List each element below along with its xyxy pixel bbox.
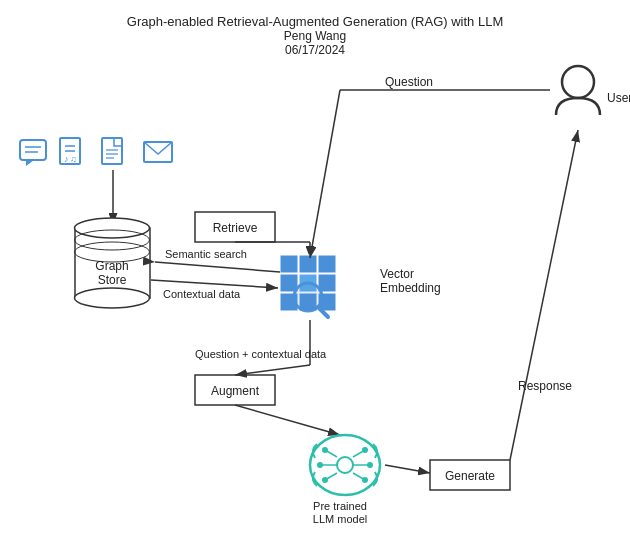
svg-line-42	[235, 365, 310, 375]
generate-label: Generate	[445, 469, 495, 483]
pretrained-label2: LLM model	[313, 513, 367, 525]
svg-line-50	[325, 473, 337, 480]
graph-store-label: Graph	[95, 259, 128, 273]
question-label: Question	[385, 75, 433, 89]
svg-text:♪: ♪	[64, 154, 69, 164]
svg-line-46	[325, 450, 337, 457]
document-icon	[102, 138, 122, 164]
svg-point-52	[322, 447, 328, 453]
user-icon	[556, 66, 600, 115]
svg-line-47	[353, 450, 365, 457]
svg-point-53	[362, 447, 368, 453]
svg-point-20	[75, 230, 150, 250]
title-area: Graph-enabled Retrieval-Augmented Genera…	[0, 0, 630, 57]
svg-rect-31	[299, 293, 317, 311]
user-label: User	[607, 91, 630, 105]
music-doc-icon: ♪ ♫	[60, 138, 80, 164]
chat-bubble-icon	[20, 140, 46, 166]
graph-store-label2: Store	[98, 273, 127, 287]
svg-point-44	[310, 435, 380, 495]
svg-point-57	[362, 477, 368, 483]
svg-point-34	[294, 283, 322, 311]
svg-point-33	[294, 283, 322, 311]
svg-line-35	[318, 307, 328, 317]
envelope-icon	[144, 142, 172, 162]
svg-point-56	[322, 477, 328, 483]
diagram-svg: ♪ ♫ Graph	[0, 0, 630, 542]
svg-rect-28	[299, 274, 317, 292]
svg-point-19	[75, 288, 150, 308]
diagram-date: 06/17/2024	[0, 43, 630, 57]
svg-rect-24	[280, 255, 298, 273]
svg-text:♫: ♫	[70, 154, 77, 164]
contextual-data-label: Contextual data	[163, 288, 241, 300]
svg-point-38	[562, 66, 594, 98]
semantic-search-label: Semantic search	[165, 248, 247, 260]
svg-rect-25	[299, 255, 317, 273]
svg-rect-30	[280, 293, 298, 311]
diagram-container: Graph-enabled Retrieval-Augmented Genera…	[0, 0, 630, 542]
vector-embedding-label: Vector	[380, 267, 414, 281]
svg-point-21	[75, 242, 150, 262]
svg-point-55	[367, 462, 373, 468]
svg-rect-29	[318, 274, 336, 292]
svg-rect-27	[280, 274, 298, 292]
generate-box	[430, 460, 510, 490]
svg-rect-15	[144, 142, 172, 162]
svg-line-37	[151, 280, 278, 288]
svg-rect-26	[318, 255, 336, 273]
svg-rect-2	[20, 140, 46, 160]
retrieve-label: Retrieve	[213, 221, 258, 235]
svg-rect-32	[318, 293, 336, 311]
svg-point-45	[337, 457, 353, 473]
svg-point-54	[317, 462, 323, 468]
augment-label: Augment	[211, 384, 260, 398]
svg-line-40	[310, 90, 340, 258]
svg-line-36	[155, 262, 280, 272]
diagram-author: Peng Wang	[0, 29, 630, 43]
svg-rect-11	[102, 138, 122, 164]
svg-line-43	[235, 405, 340, 435]
svg-rect-17	[75, 228, 150, 298]
llm-model-icon	[310, 435, 380, 495]
retrieve-box	[195, 212, 275, 242]
vector-embedding-label2: Embedding	[380, 281, 441, 295]
svg-point-18	[75, 218, 150, 238]
diagram-title: Graph-enabled Retrieval-Augmented Genera…	[0, 14, 630, 29]
svg-marker-3	[26, 160, 34, 166]
question-contextual-label: Question + contextual data	[195, 348, 327, 360]
svg-line-59	[510, 130, 578, 460]
vector-embedding-icon	[280, 255, 336, 317]
pretrained-label1: Pre trained	[313, 500, 367, 512]
svg-line-58	[385, 465, 430, 473]
svg-line-51	[353, 473, 365, 480]
augment-box	[195, 375, 275, 405]
response-label: Response	[518, 379, 572, 393]
graph-store-cylinder	[75, 218, 151, 308]
svg-rect-6	[60, 138, 80, 164]
